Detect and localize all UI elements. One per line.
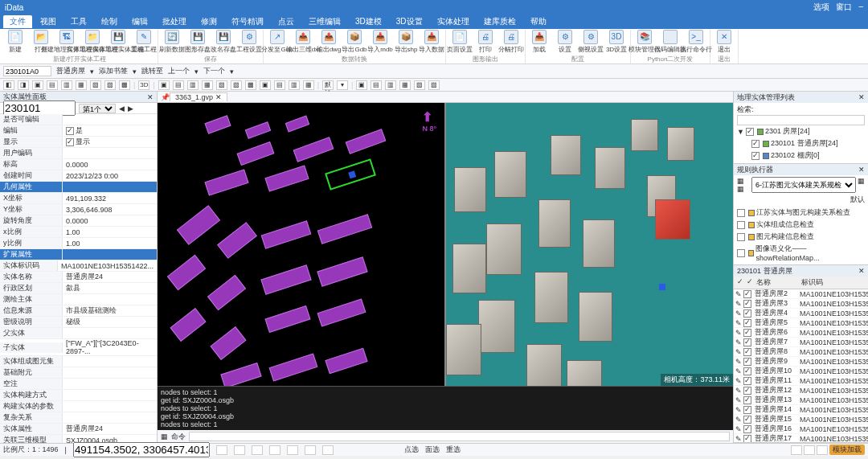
ribbon-输出三维dxf[interactable]: 📤输出三维dxf [293,30,313,54]
viewport-2d[interactable]: ⬆N 8° [158,103,444,386]
prop-value[interactable]: 显示 [63,137,157,147]
toolbar-button[interactable]: ◧ [3,80,14,90]
prop-value[interactable]: 2023/12/23 0:00 [63,172,157,180]
toolbar-button[interactable]: ▧ [90,80,101,90]
cmd-icon[interactable]: ▦ [161,432,168,441]
menu-绘制[interactable]: 绘制 [95,15,124,28]
ribbon-退出[interactable]: ✕退出 [714,30,735,54]
jump-label[interactable]: 跳转至 [141,66,163,76]
status-tool[interactable] [322,445,334,455]
menu-修测[interactable]: 修测 [194,15,223,28]
prop-value[interactable]: 3,306,646.908 [63,206,157,214]
ribbon-导入数据[interactable]: 📥导入数据 [421,30,442,54]
toolbar-button[interactable]: ▥ [289,80,300,90]
toolbar-button[interactable]: ▥ [187,80,199,90]
status-tool[interactable] [252,445,263,455]
menu-符号精调[interactable]: 符号精调 [225,15,270,28]
prev-button[interactable]: 上一个 [168,66,190,76]
menu-视图[interactable]: 视图 [34,15,63,28]
close-icon[interactable]: ✕ [858,166,865,174]
nav-right-icon[interactable]: ▶ [128,105,133,113]
status-tool[interactable] [287,445,298,455]
ribbon-保存地理实体工程[interactable]: 💾保存地理实体工程 [108,30,129,54]
toolbar-button[interactable]: 默认 [322,80,334,90]
command-input[interactable] [189,432,730,441]
menu-批处理[interactable]: 批处理 [156,15,193,28]
ribbon-代码编辑器[interactable]: 代码编辑器 [660,30,681,54]
toolbar-button[interactable]: ▦ [303,80,314,90]
ribbon-分幅打印[interactable]: 🖨分幅打印 [501,30,522,54]
options-menu[interactable]: 选项 [813,2,829,13]
toolbar-button[interactable]: ▩ [119,80,130,90]
ribbon-导入mdb[interactable]: 📥导入mdb [370,30,391,54]
toolbar-button[interactable]: ▧ [414,80,425,90]
menu-工具[interactable]: 工具 [64,15,93,28]
ribbon-导出Gdb[interactable]: 📦导出Gdb [344,30,365,54]
counter-select[interactable]: 第1个 [79,104,116,113]
entity-search[interactable] [737,115,865,125]
toolbar-button[interactable]: ▦ [399,80,411,90]
rule-select[interactable]: 6-江苏图元实体建关系规检 [751,177,856,193]
status-tool[interactable] [216,445,227,455]
status-tool[interactable] [305,445,316,455]
toolbar-button[interactable]: ▨ [428,80,440,90]
toolbar-button[interactable]: ▦ [76,80,87,90]
toolbar-button[interactable]: ▤ [173,80,184,90]
list-row[interactable]: ✎普通房屋17MA1001NE103H1535... [734,434,868,442]
toolbar-button[interactable]: 3D [138,80,149,90]
prop-value[interactable]: 歙县 [63,283,157,293]
status-icon[interactable] [817,445,828,455]
close-icon[interactable]: ✕ [858,267,865,275]
toolbar-button[interactable]: ▣ [260,80,271,90]
ribbon-设置[interactable]: ⚙设置 [555,30,575,54]
prop-value[interactable]: 1.00 [63,228,157,236]
ribbon-工程设置[interactable]: ⚙工程设置 [239,30,260,54]
toolbar-button[interactable]: ▣ [356,80,367,90]
menu-建库质检[interactable]: 建库质检 [477,15,522,28]
menu-三维编辑[interactable]: 三维编辑 [302,15,347,28]
default-button[interactable]: 默认 [850,195,865,203]
prop-value[interactable]: 秘级 [63,317,157,327]
window-menu[interactable]: 窗口 [836,2,852,13]
tree-item[interactable]: 230101 普通房屋[24] [737,137,865,150]
ribbon-重编工程[interactable]: ✎重编工程 [133,30,154,54]
close-icon[interactable]: ✕ [147,93,154,101]
prop-value[interactable]: 普通房屋24 [63,424,157,434]
rule-item[interactable]: 图元构建信息检查 [737,231,865,243]
rule-item[interactable]: 图像语义化——showRelationMap... [737,243,865,263]
coord-input[interactable] [73,442,210,457]
menu-文件[interactable]: 文件 [3,15,32,28]
status-icon[interactable] [804,445,815,455]
ribbon-模块管理器[interactable]: 📚模块管理器 [634,30,655,54]
viewport-3d[interactable]: 相机高度：373.11米 [446,103,733,386]
ribbon-刷新数据[interactable]: 🔄刷新数据 [162,30,182,54]
ribbon-打印[interactable]: 🖨打印 [475,30,496,54]
toolbar-button[interactable]: ▤ [371,80,382,90]
ribbon-输出dwg[interactable]: 📤输出dwg [318,30,339,54]
menu-实体处理[interactable]: 实体处理 [431,15,476,28]
tab-doc[interactable]: 3363_1.gvp ✕ [170,92,227,101]
toolbar-button[interactable]: ▧ [216,80,227,90]
prop-value[interactable]: 0.0000 [63,161,157,169]
toolbar-button[interactable]: ▣ [158,80,170,90]
ribbon-执行命令行[interactable]: >_执行命令行 [686,30,706,54]
rule-item[interactable]: 实体组成信息检查 [737,219,865,231]
bookmark-dropdown[interactable]: 添加书签 [99,66,128,76]
ribbon-导出shp[interactable]: 📦导出shp [395,30,416,54]
toolbar-button[interactable]: ▨ [104,80,116,90]
toolbar-button[interactable]: ▥ [385,80,396,90]
close-icon[interactable]: ✕ [858,93,865,101]
status-tool[interactable] [234,445,245,455]
menu-点云[interactable]: 点云 [272,15,301,28]
prop-value[interactable]: 1.00 [63,240,157,248]
minimize-icon[interactable]: – [858,2,863,13]
prop-value[interactable]: 491,109.332 [63,195,157,203]
menu-编辑[interactable]: 编辑 [125,15,154,28]
toolbar-button[interactable]: ▦ [202,80,213,90]
prop-value[interactable]: MA1001NE103H15351422... [58,262,157,270]
prop-value[interactable]: 普通房屋24 [63,272,157,282]
tree-item[interactable]: 230102 棚房[0] [737,150,865,162]
toolbar-button[interactable]: ▤ [47,80,58,90]
tree-item[interactable]: ▼ 2301 房屋[24] [737,125,865,137]
ribbon-新建[interactable]: 📄新建 [5,30,26,54]
